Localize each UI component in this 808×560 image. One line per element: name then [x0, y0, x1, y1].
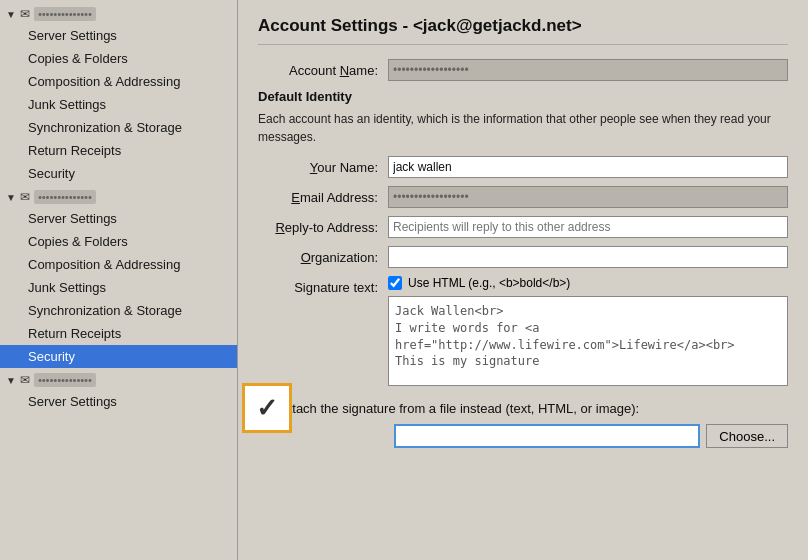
- attach-sig-row: ✓ Attach the signature from a file inste…: [258, 399, 788, 418]
- sidebar-account-1: ▼ ✉ •••••••••••••• Server Settings Copie…: [0, 4, 237, 185]
- main-content: Account Settings - <jack@getjackd.net> A…: [238, 0, 808, 560]
- signature-text-row: Signature text: Use HTML (e.g., <b>bold<…: [258, 276, 788, 389]
- sidebar-account-2-label: ••••••••••••••: [34, 190, 96, 204]
- expand-arrow-2: ▼: [6, 192, 16, 203]
- sidebar-item-composition-addressing-1[interactable]: Composition & Addressing: [0, 70, 237, 93]
- sidebar-account-3-label: ••••••••••••••: [34, 373, 96, 387]
- email-address-label: Email Address:: [258, 190, 388, 205]
- email-address-input[interactable]: [388, 186, 788, 208]
- reply-to-label: Reply-to Address:: [258, 220, 388, 235]
- expand-arrow-1: ▼: [6, 9, 16, 20]
- mail-icon-2: ✉: [20, 190, 30, 204]
- sidebar-account-3: ▼ ✉ •••••••••••••• Server Settings: [0, 370, 237, 413]
- sidebar-account-2-items: Server Settings Copies & Folders Composi…: [0, 207, 237, 368]
- sidebar-account-1-label: ••••••••••••••: [34, 7, 96, 21]
- sidebar-item-server-settings-2[interactable]: Server Settings: [0, 207, 237, 230]
- mail-icon-3: ✉: [20, 373, 30, 387]
- email-address-row: Email Address:: [258, 186, 788, 208]
- account-name-row: Account Name:: [258, 59, 788, 81]
- attach-sig-label: Attach the signature from a file instead…: [280, 401, 639, 416]
- sidebar-account-3-items: Server Settings: [0, 390, 237, 413]
- organization-row: Organization:: [258, 246, 788, 268]
- organization-input[interactable]: [388, 246, 788, 268]
- sidebar-item-server-settings-1[interactable]: Server Settings: [0, 24, 237, 47]
- signature-textarea[interactable]: Jack Wallen<br> I write words for <a hre…: [388, 296, 788, 386]
- choose-button[interactable]: Choose...: [706, 424, 788, 448]
- account-name-label: Account Name:: [258, 63, 388, 78]
- default-identity-desc: Each account has an identity, which is t…: [258, 110, 788, 146]
- sidebar-account-2-header[interactable]: ▼ ✉ ••••••••••••••: [0, 187, 237, 207]
- default-identity-title: Default Identity: [258, 89, 788, 104]
- use-html-label: Use HTML (e.g., <b>bold</b>): [408, 276, 570, 290]
- sidebar-item-sync-storage-2[interactable]: Synchronization & Storage: [0, 299, 237, 322]
- sidebar-account-2: ▼ ✉ •••••••••••••• Server Settings Copie…: [0, 187, 237, 368]
- your-name-row: Your Name:: [258, 156, 788, 178]
- sidebar-item-composition-addressing-2[interactable]: Composition & Addressing: [0, 253, 237, 276]
- your-name-label: Your Name:: [258, 160, 388, 175]
- sidebar-item-server-settings-3[interactable]: Server Settings: [0, 390, 237, 413]
- account-name-input[interactable]: [388, 59, 788, 81]
- signature-text-label: Signature text:: [258, 276, 388, 295]
- reply-to-input[interactable]: [388, 216, 788, 238]
- attach-file-input[interactable]: [394, 424, 700, 448]
- sidebar-item-junk-settings-2[interactable]: Junk Settings: [0, 276, 237, 299]
- sidebar-item-return-receipts-1[interactable]: Return Receipts: [0, 139, 237, 162]
- use-html-checkbox[interactable]: [388, 276, 402, 290]
- mail-icon-1: ✉: [20, 7, 30, 21]
- expand-arrow-3: ▼: [6, 375, 16, 386]
- sidebar-item-return-receipts-2[interactable]: Return Receipts: [0, 322, 237, 345]
- sidebar-account-1-items: Server Settings Copies & Folders Composi…: [0, 24, 237, 185]
- sidebar-account-3-header[interactable]: ▼ ✉ ••••••••••••••: [0, 370, 237, 390]
- sidebar-item-junk-settings-1[interactable]: Junk Settings: [0, 93, 237, 116]
- page-title: Account Settings - <jack@getjackd.net>: [258, 16, 788, 45]
- sidebar-item-copies-folders-1[interactable]: Copies & Folders: [0, 47, 237, 70]
- sidebar-item-security-2[interactable]: Security: [0, 345, 237, 368]
- attach-file-row: Choose...: [258, 424, 788, 448]
- signature-content-area: Use HTML (e.g., <b>bold</b>) Jack Wallen…: [388, 276, 788, 389]
- your-name-input[interactable]: [388, 156, 788, 178]
- sidebar-item-security-1[interactable]: Security: [0, 162, 237, 185]
- default-identity-section: Default Identity Each account has an ide…: [258, 89, 788, 146]
- attach-sig-checkbox-wrapper: ✓: [258, 399, 274, 418]
- sidebar: ▼ ✉ •••••••••••••• Server Settings Copie…: [0, 0, 238, 560]
- sidebar-account-1-header[interactable]: ▼ ✉ ••••••••••••••: [0, 4, 237, 24]
- organization-label: Organization:: [258, 250, 388, 265]
- attach-sig-checkbox[interactable]: [258, 399, 274, 415]
- reply-to-row: Reply-to Address:: [258, 216, 788, 238]
- sidebar-item-copies-folders-2[interactable]: Copies & Folders: [0, 230, 237, 253]
- sidebar-item-sync-storage-1[interactable]: Synchronization & Storage: [0, 116, 237, 139]
- use-html-row: Use HTML (e.g., <b>bold</b>): [388, 276, 788, 290]
